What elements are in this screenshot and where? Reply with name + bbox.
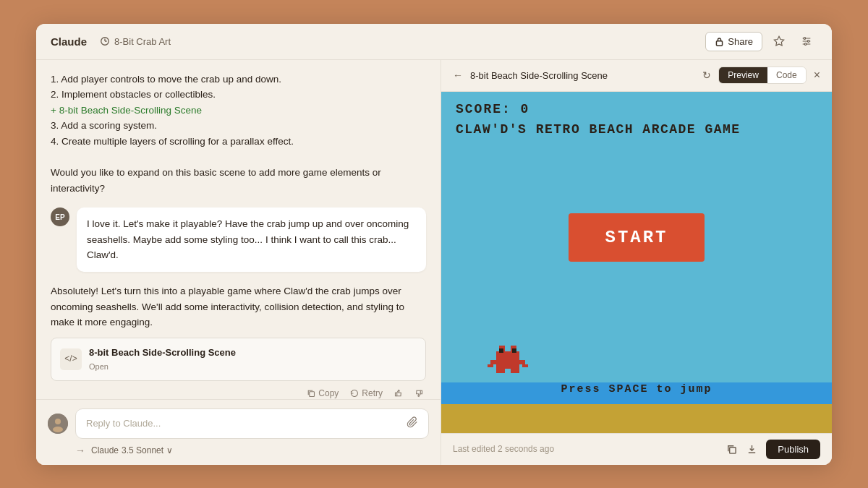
thumbs-up-button[interactable] [391,387,406,398]
svg-rect-30 [730,447,736,453]
chat-panel: 1. Add player controls to move the crab … [36,60,441,465]
artifact-info: 8-bit Beach Side-Scrolling Scene Open [89,346,236,373]
svg-rect-29 [511,369,519,373]
refresh-button[interactable]: ↻ [702,69,711,81]
attach-button[interactable] [407,416,418,431]
download-button[interactable] [741,439,762,459]
copy-preview-icon [726,444,737,455]
header: Claude 8-Bit Crab Art Share [36,24,832,60]
settings-button[interactable] [796,30,817,52]
assistant-text-highlight: + 8-bit Beach Side-Scrolling Scene [51,103,426,119]
thumbs-up-icon [394,389,403,398]
game-center: START [441,151,832,325]
last-edited: Last edited 2 seconds ago [453,444,721,454]
crab-svg [485,340,531,380]
crab-sprite [485,340,531,384]
preview-panel: ← 8-bit Beach Side-Scrolling Scene ↻ Pre… [441,60,832,465]
svg-point-8 [804,38,806,40]
chat-input-box[interactable]: Reply to Claude... [75,408,429,439]
svg-rect-22 [499,348,503,353]
preview-footer: Last edited 2 seconds ago Publish [441,433,832,465]
svg-rect-25 [519,360,525,364]
artifact-subtitle: Open [89,361,236,374]
user-avatar-small [48,414,68,434]
game-score: SCORE: 0 [441,92,832,122]
thumbs-down-button[interactable] [412,387,426,398]
avatar: EP [51,207,69,226]
start-button[interactable]: START [569,213,704,262]
copy-button[interactable]: Copy [304,387,341,398]
paperclip-icon [407,416,418,428]
input-placeholder: Reply to Claude... [86,418,161,429]
ground-bar [441,404,832,433]
svg-point-10 [804,43,807,46]
assistant-message-1: 1. Add player controls to move the crab … [51,72,426,197]
preview-content: SCORE: 0 CLAW'D'S RETRO BEACH ARCADE GAM… [441,92,832,433]
assistant-text-line-2: 2. Implement obstacles or collectibles. [51,87,426,103]
assistant-message-2: Absolutely! Let's turn this into a playa… [51,283,426,398]
svg-point-9 [807,40,809,43]
assistant-text-line-4: 4. Create multiple layers of scrolling f… [51,134,426,150]
user-bubble: I love it. Let's make it playable? Have … [77,207,426,272]
message-actions: Copy Retry [51,387,426,398]
sidebar-toggle-button[interactable]: → [75,445,85,456]
header-actions: Share [705,30,817,52]
assistant-text-line-5: Would you like to expand on this basic s… [51,165,426,196]
tab-preview[interactable]: Preview [719,67,767,83]
star-button[interactable] [768,30,790,52]
artifact-title: 8-bit Beach Side-Scrolling Scene [89,346,236,361]
lock-icon [715,37,724,46]
chat-input-area: Reply to Claude... → Claude 3.5 Sonnet ∨ [36,399,441,465]
svg-rect-27 [522,364,528,367]
model-selector[interactable]: Claude 3.5 Sonnet ∨ [91,445,173,455]
share-button[interactable]: Share [705,32,762,51]
assistant-text-line-3: 3. Add a scoring system. [51,118,426,134]
tab-code[interactable]: Code [767,67,806,83]
svg-rect-24 [490,360,496,364]
body: 1. Add player controls to move the crab … [36,60,832,465]
project-info: 8-Bit Crab Art [100,36,171,47]
project-name: 8-Bit Crab Art [114,36,171,47]
svg-rect-26 [488,364,493,367]
assistant-text-2: Absolutely! Let's turn this into a playa… [51,283,426,330]
input-row: Reply to Claude... [48,408,429,439]
user-avatar-img [48,414,68,434]
user-message-1: EP I love it. Let's make it playable? Ha… [51,207,426,272]
preview-title: 8-bit Beach Side-Scrolling Scene [470,70,695,81]
thumbs-down-icon [414,389,423,398]
svg-rect-3 [717,40,723,46]
preview-header: ← 8-bit Beach Side-Scrolling Scene ↻ Pre… [441,60,832,92]
svg-marker-4 [774,36,783,46]
project-icon [100,36,110,46]
star-icon [773,35,785,47]
press-space-text: Press SPACE to jump [561,383,712,395]
copy-icon [307,389,315,398]
user-text: I love it. Let's make it playable? Have … [87,218,409,260]
retry-icon [350,389,359,398]
svg-rect-23 [512,348,516,353]
tab-group: Preview Code [718,67,806,84]
svg-point-17 [55,419,61,424]
chat-messages: 1. Add player controls to move the crab … [36,60,441,399]
game-title: CLAW'D'S RETRO BEACH ARCADE GAME [441,122,832,151]
main-window: Claude 8-Bit Crab Art Share [36,24,832,465]
close-preview-button[interactable]: × [814,69,820,82]
game-preview: SCORE: 0 CLAW'D'S RETRO BEACH ARCADE GAM… [441,92,832,433]
download-icon [746,444,757,455]
copy-preview-button[interactable] [721,439,741,459]
chat-footer-row: → Claude 3.5 Sonnet ∨ [48,445,429,456]
assistant-text-line-1: 1. Add player controls to move the crab … [51,72,426,87]
code-icon: </> [60,348,82,370]
svg-rect-11 [310,392,315,397]
retry-button[interactable]: Retry [347,387,386,398]
publish-button[interactable]: Publish [766,440,820,459]
code-artifact[interactable]: </> 8-bit Beach Side-Scrolling Scene Ope… [51,338,426,381]
svg-rect-19 [496,351,519,369]
sliders-icon [801,35,812,47]
svg-point-18 [53,427,63,432]
app-logo: Claude [51,35,87,48]
back-button[interactable]: ← [453,69,463,81]
svg-rect-28 [496,369,505,373]
